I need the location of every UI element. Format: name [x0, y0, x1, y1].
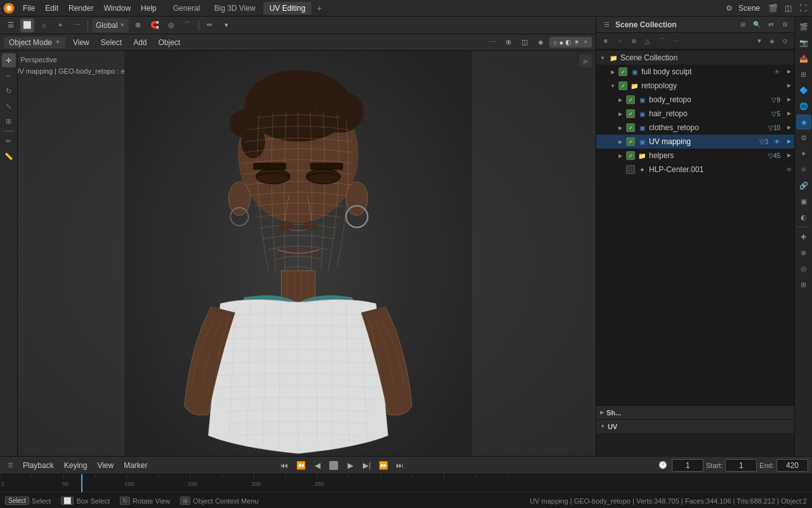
rotate-tool[interactable]: ↻: [2, 84, 16, 98]
header-view[interactable]: View: [69, 37, 93, 48]
header-select[interactable]: Select: [97, 37, 126, 48]
start-frame-input[interactable]: [725, 459, 757, 472]
timeline-strip[interactable]: 1 50 100 150 200 250: [0, 474, 812, 492]
shading-mode[interactable]: ○ ● ◐ ☀ ▼: [549, 37, 592, 48]
prop-extra1-icon[interactable]: ✚: [796, 229, 811, 244]
select-box-icon[interactable]: ⬜: [20, 18, 34, 32]
object-mode-dropdown[interactable]: Object Mode ▼: [4, 37, 65, 48]
hlp-eye-icon[interactable]: 👁: [784, 164, 794, 175]
gizmo-icon[interactable]: ⊕: [502, 36, 516, 50]
header-object[interactable]: Object: [154, 37, 184, 48]
outliner-item-scene-collection[interactable]: ▼ 📁 Scene Collection: [596, 51, 794, 65]
outliner-item-bodyretopo[interactable]: ▶ ✓ ▣ body_retopo ▽9: [596, 93, 794, 107]
clothes-arrow-icon[interactable]: [784, 123, 794, 133]
timeline-menu-icon[interactable]: ☰: [4, 459, 16, 472]
clothes-visibility-check[interactable]: ✓: [626, 123, 635, 132]
menu-edit[interactable]: Edit: [40, 3, 63, 14]
prop-viewlayer-icon[interactable]: ⊞: [796, 67, 811, 82]
select-lasso-icon[interactable]: ⌖: [53, 18, 67, 32]
filter-more-icon[interactable]: ⋯: [670, 36, 681, 47]
body-visibility-check[interactable]: ✓: [626, 95, 635, 104]
measure-tool[interactable]: 📏: [2, 149, 16, 163]
cursor-tool[interactable]: ✛: [2, 53, 16, 67]
header-add[interactable]: Add: [129, 37, 150, 48]
fullbody-eye-icon[interactable]: 👁: [772, 67, 782, 77]
transform-tool[interactable]: ⊞: [2, 114, 16, 128]
uv-eye-icon[interactable]: 👁: [772, 137, 782, 147]
helpers-visibility-check[interactable]: ✓: [626, 151, 635, 160]
overlay-icon[interactable]: ◫: [782, 2, 794, 15]
outliner-item-hlpcenter[interactable]: ▶ ✦ HLP-Center.001 👁: [596, 163, 794, 177]
viewport-options-icon[interactable]: ⋯: [486, 36, 500, 50]
uv-arrow-icon[interactable]: [784, 137, 794, 147]
overlay-toggle-icon[interactable]: ◫: [518, 36, 532, 50]
retopology-visibility-check[interactable]: ✓: [619, 81, 627, 90]
menu-file[interactable]: File: [18, 3, 40, 14]
menu-render[interactable]: Render: [63, 3, 98, 14]
jump-start-btn[interactable]: ⏮: [277, 458, 291, 472]
prop-world-icon[interactable]: 🌐: [796, 98, 811, 114]
prop-scene-icon[interactable]: 🎬: [796, 19, 811, 34]
transform-orientation-dropdown[interactable]: Global ▼: [92, 18, 129, 32]
snap-icon[interactable]: 🧲: [148, 18, 162, 32]
timeline-keying[interactable]: Keying: [60, 460, 91, 471]
expand-hair-icon[interactable]: ▶: [617, 110, 624, 117]
outliner-item-clothesretopo[interactable]: ▶ ✓ ▣ clothes_retopo ▽10: [596, 121, 794, 135]
expand-retopology-icon[interactable]: ▼: [609, 82, 617, 90]
next-keyframe-btn[interactable]: ⏩: [376, 458, 390, 472]
helpers-arrow-icon[interactable]: [784, 150, 794, 161]
pivot-icon[interactable]: ⊕: [131, 18, 145, 32]
current-frame-input[interactable]: [672, 459, 704, 472]
uv-section-header[interactable]: ▼ UV: [596, 419, 794, 433]
outliner-filter-icon[interactable]: ⊞: [737, 19, 749, 30]
prop-particles-icon[interactable]: ✦: [796, 146, 811, 161]
timeline-playback[interactable]: Playback: [19, 460, 58, 471]
outliner-item-helpers[interactable]: ▶ ✓ 📁 helpers ▽45: [596, 149, 794, 163]
prev-frame-btn[interactable]: ◀: [310, 458, 324, 472]
move-tool[interactable]: ↔: [2, 69, 16, 83]
filter-mesh-icon[interactable]: △: [642, 36, 653, 47]
stop-btn[interactable]: [327, 458, 341, 472]
hair-arrow-icon[interactable]: [784, 109, 794, 119]
falloff-icon[interactable]: ⌒: [181, 18, 195, 32]
expand-body-icon[interactable]: ▶: [617, 96, 624, 104]
prop-physics-icon[interactable]: ⚛: [796, 162, 811, 177]
timeline-marker[interactable]: Marker: [120, 460, 151, 471]
jump-end-btn[interactable]: ⏭: [393, 458, 407, 472]
filter-armature-icon[interactable]: ⊕: [628, 36, 639, 47]
prop-render-icon[interactable]: 📷: [796, 35, 811, 50]
prev-keyframe-btn[interactable]: ⏪: [294, 458, 308, 472]
workspace-tab-add[interactable]: +: [313, 2, 325, 15]
prop-data-icon[interactable]: ▣: [796, 194, 811, 209]
timeline-view[interactable]: View: [93, 460, 117, 471]
scale-tool[interactable]: ⤡: [2, 99, 16, 113]
expand-clothes-icon[interactable]: ▶: [617, 124, 624, 131]
expand-scene-icon[interactable]: ▼: [599, 54, 606, 62]
expand-fullbody-icon[interactable]: ▶: [609, 68, 617, 76]
annotate-icon[interactable]: ✏: [203, 18, 217, 32]
prop-scenedata-icon[interactable]: 🔷: [796, 83, 811, 98]
proportional-icon[interactable]: ◎: [164, 18, 178, 32]
xray-icon[interactable]: ◈: [534, 36, 547, 50]
workspace-tab-big3d[interactable]: Big 3D View: [207, 2, 261, 15]
prop-extra2-icon[interactable]: ⊕: [796, 245, 811, 260]
sync-view-icon[interactable]: ⊙: [779, 36, 790, 47]
expand-uv-icon[interactable]: ▶: [617, 138, 624, 145]
filter-scene-icon[interactable]: ≡: [600, 36, 612, 47]
outliner-item-hairretopo[interactable]: ▶ ✓ ▣ hair_retopo ▽5: [596, 107, 794, 121]
outliner-menu-icon[interactable]: ☰: [600, 18, 613, 31]
outliner-settings-icon[interactable]: ⚙: [779, 19, 790, 30]
filter-funnel-icon[interactable]: ▼: [754, 36, 765, 47]
end-frame-input[interactable]: [776, 459, 808, 472]
workspace-tab-general[interactable]: General: [167, 2, 207, 15]
prop-material-icon[interactable]: ◐: [796, 210, 811, 225]
prop-output-icon[interactable]: 📤: [796, 51, 811, 66]
hlp-visibility-check[interactable]: [626, 165, 635, 174]
retopology-arrow-icon[interactable]: [784, 81, 794, 91]
settings-icon[interactable]: ⚙: [723, 2, 736, 15]
outliner-sync-icon[interactable]: ⇄: [765, 19, 776, 30]
viewport-canvas[interactable]: User Perspective (1) UV mapping | GEO-bo…: [0, 51, 596, 472]
next-frame-btn[interactable]: ▶|: [360, 458, 374, 472]
prop-extra3-icon[interactable]: ◎: [796, 261, 811, 276]
hair-visibility-check[interactable]: ✓: [626, 109, 635, 118]
